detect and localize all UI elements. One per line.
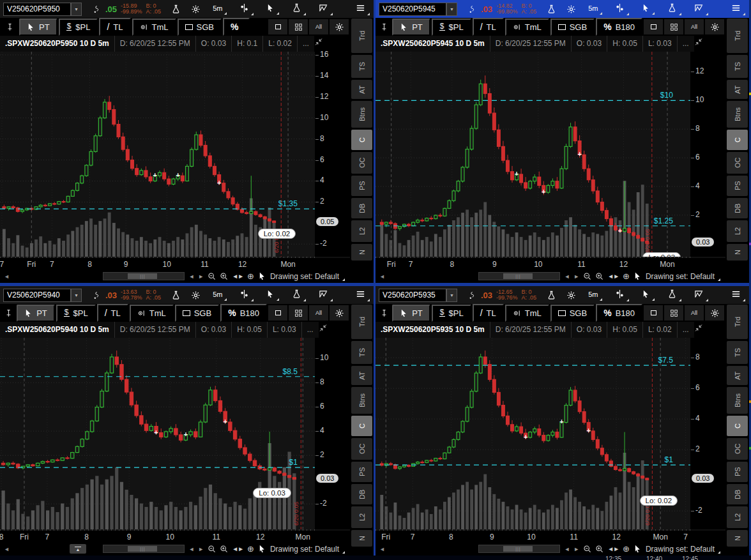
chart-plot-area[interactable]: ++++$10$1.256/20 0.05Lo: 0.03 — [376, 52, 690, 257]
side-tab-c[interactable]: C — [727, 130, 748, 150]
side-tab-oc[interactable]: OC — [727, 438, 748, 460]
drawing-set-button[interactable]: Drawing set: Default — [270, 272, 345, 281]
tool-pl-button[interactable]: $$PL — [432, 305, 471, 322]
symbol-dropdown-button[interactable]: ▼ — [446, 3, 457, 16]
tool-tml-button[interactable]: TmL — [505, 19, 549, 36]
pattern-icon[interactable] — [238, 2, 254, 16]
scrollbar-track[interactable]: ||| — [478, 545, 560, 553]
tool-sgb-button[interactable]: SGB — [550, 305, 595, 322]
cursor-tool-icon[interactable] — [264, 3, 280, 15]
scrollbar-track[interactable]: ||| — [103, 545, 185, 553]
all-button[interactable]: All — [685, 19, 704, 34]
timeframe-button[interactable]: 5m — [211, 3, 227, 15]
chart-plot-area[interactable]: +++$7.5$16/20 0.05Lo: 0.02 — [376, 338, 690, 529]
symbol-dropdown-button[interactable]: ▼ — [446, 289, 457, 302]
tool-sgb-button[interactable]: SGB — [175, 305, 219, 322]
side-tab-l2[interactable]: L2 — [351, 506, 372, 528]
side-tab-at[interactable]: AT — [351, 366, 372, 385]
time-axis[interactable]: 7Fri789101112Mon — [0, 257, 350, 269]
zoom-out-icon[interactable] — [208, 545, 216, 553]
symbol-input[interactable] — [379, 289, 446, 302]
side-tab-at[interactable]: AT — [351, 80, 372, 99]
tool-tml-button[interactable]: TmL — [130, 305, 174, 322]
step-left-icon[interactable]: ◄ — [188, 546, 194, 552]
price-axis[interactable]: 161412108642-20.05 — [315, 52, 350, 257]
tool-tl-button[interactable]: /TL — [99, 18, 130, 36]
scrollbar-track[interactable]: ||| — [103, 272, 185, 280]
price-axis[interactable]: 8642-20.03 — [690, 338, 725, 529]
tool-tml-button[interactable]: TmL — [505, 305, 549, 322]
time-axis[interactable]: Fri789101112Mon — [376, 257, 725, 269]
zoom-in-icon[interactable] — [595, 272, 603, 280]
chart-menu-icon[interactable] — [354, 2, 370, 16]
side-tab-at[interactable]: AT — [727, 80, 748, 99]
crosshair-icon[interactable]: ⊕ — [247, 544, 254, 554]
side-tab-oc[interactable]: OC — [351, 152, 372, 174]
side-tab-ps[interactable]: PS — [727, 176, 748, 196]
chart-plot-area[interactable]: +++$1.356/20 0.05Lo: 0.02 — [0, 52, 315, 257]
symbol-input[interactable] — [3, 289, 71, 302]
drawings-icon[interactable] — [317, 2, 333, 16]
symbol-input[interactable] — [379, 3, 446, 16]
time-axis[interactable]: Fri789101112Mon7 — [376, 529, 725, 542]
analysis-flask-icon[interactable] — [290, 2, 307, 16]
tool-percent-button[interactable]: %B180 — [596, 304, 642, 322]
side-tab-db[interactable]: DB — [351, 198, 372, 218]
drawings-icon[interactable] — [692, 2, 709, 16]
side-tab-n[interactable]: N — [351, 530, 372, 547]
side-tab-n[interactable]: N — [351, 244, 372, 261]
zoom-in-icon[interactable] — [595, 545, 603, 553]
settings-gear-icon[interactable] — [566, 291, 576, 300]
symbol-input[interactable] — [3, 3, 71, 16]
pan-arrows-icon[interactable]: ◄► — [232, 273, 243, 280]
analysis-flask-icon[interactable] — [665, 2, 682, 16]
jump-to-end-button[interactable]: ▲ — [70, 544, 86, 554]
scrollbar-thumb[interactable]: ||| — [503, 546, 533, 552]
chart-plot-area[interactable]: +++$8.5$16/20 0.05Lo: 0.03 — [0, 338, 315, 529]
side-tab-c[interactable]: C — [351, 416, 372, 436]
collapse-chart-icon[interactable] — [319, 322, 328, 338]
price-axis[interactable]: 108642-20.03 — [315, 338, 350, 529]
drawings-icon[interactable] — [317, 288, 333, 302]
scrollbar-track[interactable]: ||| — [478, 272, 560, 280]
time-axis[interactable]: 8Fri789101112Mon — [0, 529, 350, 542]
grid-layout-button[interactable] — [664, 305, 683, 321]
side-tab-oc[interactable]: OC — [727, 152, 748, 174]
pointer-icon[interactable] — [258, 272, 266, 280]
side-tab-db[interactable]: DB — [727, 484, 748, 504]
timeframe-button[interactable]: 5m — [586, 289, 603, 301]
side-tab-at[interactable]: AT — [727, 366, 748, 385]
tool-sgb-button[interactable]: SGB — [178, 19, 222, 36]
grid-layout-button[interactable] — [289, 19, 308, 34]
step-right-icon[interactable]: ► — [198, 546, 204, 552]
side-tab-trd[interactable]: Trd — [727, 19, 748, 53]
pattern-icon[interactable] — [613, 2, 630, 16]
timeframe-button[interactable]: 5m — [211, 289, 227, 301]
single-chart-button[interactable] — [644, 305, 663, 321]
tool-tl-button[interactable]: /TL — [473, 304, 504, 322]
tool-tml-button[interactable]: TmL — [132, 19, 176, 36]
pin-icon[interactable] — [377, 309, 391, 317]
all-button[interactable]: All — [685, 305, 704, 321]
side-tab-n[interactable]: N — [727, 244, 748, 261]
side-tab-n[interactable]: N — [727, 530, 748, 547]
link-icon[interactable] — [92, 291, 100, 299]
drawings-icon[interactable] — [692, 288, 709, 302]
zoom-in-icon[interactable] — [220, 545, 228, 553]
scroll-left-icon[interactable]: ◄ — [4, 546, 10, 552]
drawing-set-button[interactable]: Drawing set: Default — [270, 545, 345, 554]
grid-layout-button[interactable] — [289, 305, 308, 321]
settings-gear-icon[interactable] — [566, 4, 576, 14]
all-button[interactable]: All — [309, 305, 328, 321]
pattern-icon[interactable] — [613, 288, 630, 302]
chart-menu-icon[interactable] — [354, 288, 370, 302]
side-tab-btns[interactable]: Btns — [351, 101, 372, 128]
zoom-out-icon[interactable] — [208, 272, 216, 280]
side-tab-trd[interactable]: Trd — [727, 305, 748, 339]
scroll-left-icon[interactable]: ◄ — [379, 546, 385, 552]
timeframe-button[interactable]: 5m — [586, 3, 603, 15]
side-tab-ts[interactable]: TS — [351, 55, 372, 78]
pattern-icon[interactable] — [238, 288, 254, 302]
side-tab-l2[interactable]: L2 — [351, 220, 372, 242]
scrollbar-thumb[interactable]: ||| — [128, 546, 157, 552]
